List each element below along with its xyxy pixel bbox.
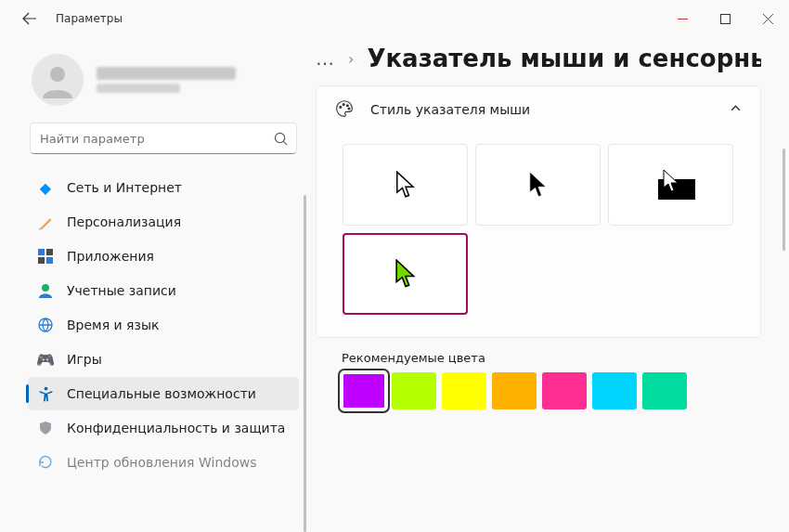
svg-point-13 — [348, 108, 350, 110]
settings-window: Параметры — [0, 0, 789, 532]
nav-label: Специальные возможности — [67, 386, 256, 401]
shield-icon — [37, 420, 54, 436]
profile-text — [97, 67, 236, 93]
search-input[interactable] — [40, 132, 272, 146]
nav-item-network[interactable]: ◆ Сеть и Интернет — [28, 171, 299, 204]
svg-point-11 — [343, 103, 344, 105]
nav-list: ◆ Сеть и Интернет Персонализация Приложе… — [28, 171, 299, 479]
svg-rect-6 — [46, 257, 53, 264]
recommended-colors-section: Рекомендуемые цвета — [316, 345, 761, 419]
back-button[interactable] — [19, 7, 41, 30]
chevron-up-icon — [730, 102, 742, 117]
cursor-style-grid — [317, 133, 760, 337]
color-swatch[interactable] — [342, 372, 386, 409]
svg-rect-4 — [46, 249, 53, 255]
nav-label: Центр обновления Windows — [67, 455, 256, 470]
svg-point-1 — [50, 67, 65, 82]
sidebar: ◆ Сеть и Интернет Персонализация Приложе… — [0, 37, 306, 532]
color-row — [342, 372, 735, 409]
gamepad-icon: 🎮 — [37, 351, 54, 368]
minimize-button[interactable] — [661, 5, 704, 32]
avatar — [32, 54, 84, 106]
nav-label: Сеть и Интернет — [67, 180, 182, 195]
nav-item-accounts[interactable]: Учетные записи — [28, 274, 299, 307]
person-icon — [37, 282, 54, 299]
maximize-button[interactable] — [704, 5, 746, 32]
color-swatch[interactable] — [492, 372, 537, 409]
brush-icon — [37, 214, 54, 230]
window-title: Параметры — [56, 12, 123, 25]
color-swatch[interactable] — [592, 372, 637, 409]
main-content: … › Указатель мыши и сенсорный Стиль ука… — [306, 37, 789, 532]
nav-item-accessibility[interactable]: Специальные возможности — [28, 377, 299, 410]
color-swatch[interactable] — [542, 372, 587, 409]
panel-header[interactable]: Стиль указателя мыши — [317, 86, 760, 133]
panel-title: Стиль указателя мыши — [370, 102, 530, 117]
svg-point-12 — [346, 104, 348, 106]
nav-label: Приложения — [67, 249, 154, 264]
nav-item-gaming[interactable]: 🎮 Игры — [28, 343, 299, 376]
nav-label: Персонализация — [67, 214, 181, 229]
pointer-style-panel: Стиль указателя мыши — [316, 85, 761, 338]
titlebar: Параметры — [0, 0, 789, 37]
profile-header[interactable] — [28, 46, 299, 119]
svg-point-7 — [42, 284, 49, 292]
nav-item-apps[interactable]: Приложения — [28, 240, 299, 273]
accessibility-icon — [37, 385, 54, 402]
color-swatch[interactable] — [392, 372, 436, 409]
color-swatch[interactable] — [442, 372, 486, 409]
nav-label: Игры — [67, 352, 102, 367]
profile-name-blurred — [97, 67, 236, 80]
update-icon — [37, 454, 54, 471]
nav-label: Конфиденциальность и защита — [67, 421, 285, 435]
svg-rect-5 — [38, 257, 45, 264]
nav-label: Время и язык — [67, 318, 159, 332]
nav-item-personalization[interactable]: Персонализация — [28, 205, 299, 239]
nav-label: Учетные записи — [67, 283, 176, 298]
nav-item-windows-update[interactable]: Центр обновления Windows — [28, 446, 299, 479]
page-title: Указатель мыши и сенсорный — [367, 45, 761, 72]
cursor-style-inverted[interactable] — [608, 144, 733, 226]
window-controls — [661, 5, 789, 32]
cursor-style-custom[interactable] — [343, 233, 468, 315]
breadcrumb-more[interactable]: … — [316, 47, 335, 70]
wifi-icon: ◆ — [37, 179, 54, 196]
svg-rect-3 — [38, 249, 45, 255]
color-swatch[interactable] — [642, 372, 687, 409]
palette-icon — [335, 99, 354, 121]
search-box[interactable] — [30, 123, 297, 154]
svg-point-10 — [340, 106, 342, 108]
profile-email-blurred — [97, 84, 180, 93]
svg-point-2 — [275, 133, 284, 142]
nav-item-privacy[interactable]: Конфиденциальность и защита — [28, 411, 299, 445]
svg-point-9 — [44, 386, 47, 390]
cursor-style-black[interactable] — [475, 144, 601, 226]
body: ◆ Сеть и Интернет Персонализация Приложе… — [0, 37, 789, 532]
recommended-colors-label: Рекомендуемые цвета — [342, 351, 735, 365]
apps-icon — [37, 248, 54, 265]
svg-rect-0 — [720, 14, 730, 23]
main-scrollbar[interactable] — [783, 149, 785, 251]
globe-icon — [37, 317, 54, 333]
breadcrumb: … › Указатель мыши и сенсорный — [316, 45, 789, 72]
close-button[interactable] — [746, 5, 789, 32]
search-icon — [272, 130, 289, 147]
fade-overlay — [306, 506, 789, 532]
breadcrumb-separator: › — [348, 50, 354, 68]
cursor-style-white[interactable] — [343, 144, 468, 226]
nav-item-time-language[interactable]: Время и язык — [28, 308, 299, 342]
